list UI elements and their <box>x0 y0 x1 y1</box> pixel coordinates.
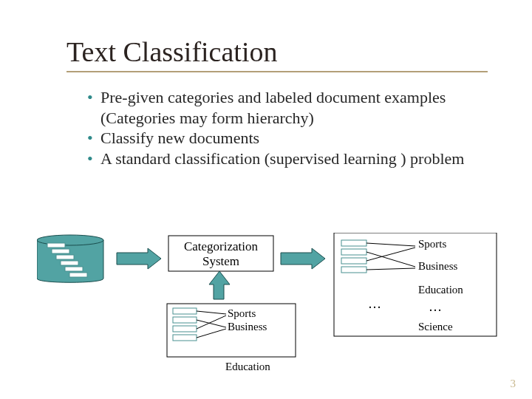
output-label-sports: Sports <box>418 238 447 250</box>
diagram-svg: Categorization System Sports <box>37 233 502 377</box>
example-label-education: Education <box>225 361 270 372</box>
svg-rect-19 <box>341 249 366 255</box>
svg-rect-4 <box>61 261 78 265</box>
svg-rect-17 <box>334 233 497 336</box>
svg-rect-1 <box>47 243 65 248</box>
output-ellipsis: … <box>368 296 381 311</box>
slide-title: Text Classification <box>66 35 502 68</box>
svg-rect-3 <box>56 255 74 259</box>
page-number: 3 <box>511 378 516 390</box>
database-icon <box>37 235 103 282</box>
svg-rect-11 <box>173 326 197 332</box>
svg-rect-12 <box>173 335 197 341</box>
example-label-sports: Sports <box>228 307 256 319</box>
arrow-icon <box>117 248 161 269</box>
svg-rect-10 <box>173 317 197 323</box>
output-label-education: Education <box>418 284 463 296</box>
arrow-icon <box>281 248 325 269</box>
output-group: Sports Business Education Science … … <box>334 233 497 336</box>
svg-rect-5 <box>65 267 83 271</box>
labeled-examples-group: Sports Business Education <box>167 304 296 372</box>
svg-rect-6 <box>69 273 87 277</box>
svg-rect-2 <box>52 249 69 253</box>
title-underline <box>66 71 488 72</box>
bullet-item: Classify new documents <box>87 128 502 149</box>
bullet-item: Pre-given categories and labeled documen… <box>87 87 502 128</box>
svg-rect-9 <box>173 308 197 314</box>
categorization-system-box: Categorization System <box>168 236 273 271</box>
system-label-1: Categorization <box>184 239 259 253</box>
system-label-2: System <box>202 254 239 268</box>
output-label-science: Science <box>418 321 453 332</box>
svg-rect-18 <box>341 240 366 246</box>
bullet-item: A standard classification (supervised le… <box>87 149 502 169</box>
svg-rect-20 <box>341 258 366 264</box>
output-ellipsis: … <box>429 299 442 314</box>
example-label-business: Business <box>228 321 267 332</box>
svg-rect-21 <box>341 267 366 273</box>
arrow-up-icon <box>209 271 230 299</box>
output-label-business: Business <box>418 260 458 272</box>
bullet-list: Pre-given categories and labeled documen… <box>87 87 502 168</box>
diagram-area: Categorization System Sports <box>37 233 502 377</box>
